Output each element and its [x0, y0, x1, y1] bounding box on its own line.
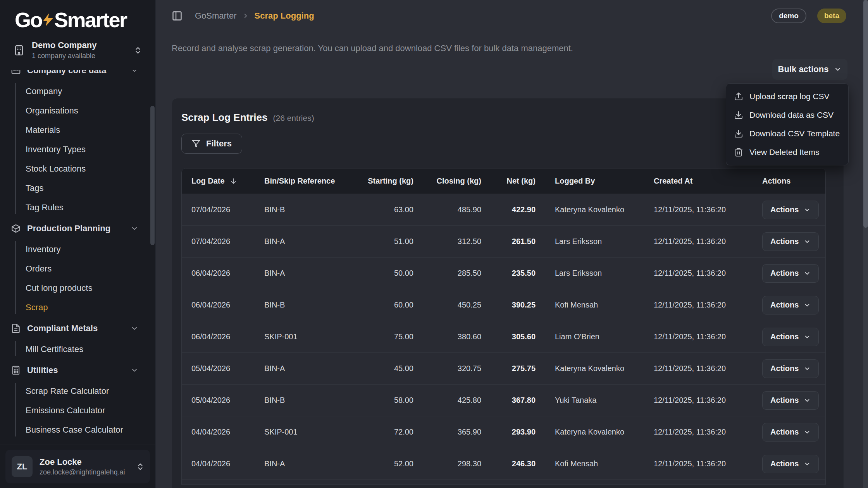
user-email: zoe.locke@nightingalehq.ai — [40, 468, 125, 476]
filter-funnel-icon — [192, 139, 200, 148]
cell-starting: 72.00 — [342, 416, 423, 448]
sort-arrow-down-icon — [229, 177, 238, 185]
user-menu[interactable]: ZL Zoe Locke zoe.locke@nightingalehq.ai — [5, 450, 150, 483]
page-scrollbar-track[interactable] — [863, 0, 868, 488]
cell-logged_by: Kateryna Kovalenko — [545, 353, 644, 384]
company-name: Demo Company — [32, 40, 96, 50]
chevron-down-icon — [804, 238, 811, 245]
row-actions-button[interactable]: Actions — [762, 232, 819, 251]
table-body: 07/04/2026BIN-B63.00485.90422.90Kateryna… — [182, 194, 825, 479]
sidebar-item-emissions-calculator[interactable]: Emissions Calculator — [0, 401, 155, 420]
bulk-actions-button[interactable]: Bulk actions — [772, 59, 847, 80]
cell-actions: Actions — [753, 385, 826, 416]
chevron-down-icon — [131, 325, 138, 332]
sidebar-nav: Company core dataCompanyOrganisationsMat… — [0, 70, 155, 445]
sidebar-section-items: CompanyOrganisationsMaterialsInventory T… — [0, 82, 155, 217]
page-scrollbar-thumb[interactable] — [863, 0, 868, 228]
row-actions-button[interactable]: Actions — [762, 359, 819, 378]
row-actions-button[interactable]: Actions — [762, 201, 819, 219]
row-actions-button[interactable]: Actions — [762, 423, 819, 442]
logo-text-go: Go — [15, 8, 42, 32]
menu-item-view-deleted-items[interactable]: View Deleted Items — [726, 143, 848, 162]
row-actions-button[interactable]: Actions — [762, 455, 819, 473]
chevron-down-icon — [804, 397, 811, 404]
row-actions-label: Actions — [770, 301, 799, 309]
sidebar-item-orders[interactable]: Orders — [0, 259, 155, 278]
row-actions-button[interactable]: Actions — [762, 264, 819, 283]
sidebar-scrollbar-thumb[interactable] — [150, 106, 155, 245]
sidebar-item-business-case-calculator[interactable]: Business Case Calculator — [0, 420, 155, 440]
cube-icon — [11, 223, 22, 234]
cell-actions: Actions — [753, 289, 826, 321]
cell-created_at: 12/11/2025, 11:36:20 — [644, 258, 753, 289]
menu-item-download-data-as-csv[interactable]: Download data as CSV — [726, 106, 848, 124]
cell-created_at: 12/11/2025, 11:36:20 — [644, 385, 753, 416]
menu-item-label: View Deleted Items — [749, 148, 820, 157]
sidebar-section-items: InventoryOrdersCut long productsScrap — [0, 240, 155, 317]
sidebar-item-stock-locations[interactable]: Stock Locations — [0, 159, 155, 179]
row-actions-button[interactable]: Actions — [762, 328, 819, 346]
cell-starting: 52.00 — [342, 448, 423, 479]
chevron-down-icon — [804, 302, 811, 309]
sidebar-item-scrap[interactable]: Scrap — [0, 298, 155, 317]
sidebar-item-tags[interactable]: Tags — [0, 179, 155, 198]
column-header-logged-by: Logged By — [545, 168, 644, 194]
row-actions-label: Actions — [770, 428, 799, 436]
table-row: 05/04/2026BIN-A45.00320.75275.75Kateryna… — [182, 352, 825, 384]
lightning-bolt-icon — [41, 9, 55, 31]
menu-item-upload-scrap-log-csv[interactable]: Upload scrap log CSV — [726, 87, 848, 106]
sidebar-item-scrap-rate-calculator[interactable]: Scrap Rate Calculator — [0, 381, 155, 401]
chevron-down-icon — [804, 429, 811, 436]
sidebar-item-materials[interactable]: Materials — [0, 120, 155, 140]
env-badges: demo beta — [771, 9, 846, 23]
cell-starting: 75.00 — [342, 321, 423, 352]
breadcrumb-root[interactable]: GoSmarter — [195, 11, 237, 21]
sidebar-section-label: Company core data — [27, 70, 106, 76]
row-actions-label: Actions — [770, 332, 799, 341]
column-header-bin-skip-reference: Bin/Skip Reference — [255, 168, 342, 194]
sidebar-nav-inner: Company core dataCompanyOrganisationsMat… — [0, 70, 155, 440]
sidebar-item-cut-long-products[interactable]: Cut long products — [0, 278, 155, 298]
cell-starting: 58.00 — [342, 385, 423, 416]
cell-actions: Actions — [753, 226, 826, 257]
row-actions-button[interactable]: Actions — [762, 296, 819, 314]
sidebar-section-production-planning[interactable]: Production Planning — [0, 217, 155, 240]
cell-logged_by: Yuki Tanaka — [545, 385, 644, 416]
sidebar-section-compliant-metals[interactable]: Compliant Metals — [0, 317, 155, 340]
logo-text-smarter: Smarter — [54, 8, 127, 32]
menu-item-download-csv-template[interactable]: Download CSV Template — [726, 124, 848, 143]
company-subtitle: 1 company available — [32, 52, 96, 60]
sidebar: Go Smarter Demo Company 1 company availa… — [0, 0, 156, 488]
menu-item-label: Download data as CSV — [749, 110, 834, 120]
download-icon — [734, 129, 743, 138]
row-actions-label: Actions — [770, 364, 799, 373]
sidebar-item-tag-rules[interactable]: Tag Rules — [0, 198, 155, 217]
row-actions-label: Actions — [770, 237, 799, 246]
table-row-partial — [182, 479, 825, 485]
table-row: 07/04/2026BIN-A51.00312.50261.50Lars Eri… — [182, 225, 825, 257]
cell-log_date: 04/04/2026 — [182, 416, 255, 448]
column-header-log-date[interactable]: Log Date — [182, 168, 255, 194]
sidebar-item-organisations[interactable]: Organisations — [0, 101, 155, 120]
sidebar-section-label: Compliant Metals — [27, 323, 98, 333]
cell-bin: BIN-B — [255, 289, 342, 321]
row-actions-label: Actions — [770, 396, 799, 405]
filters-button[interactable]: Filters — [181, 134, 242, 154]
row-actions-label: Actions — [770, 459, 799, 468]
sidebar-item-mill-certificates[interactable]: Mill Certificates — [0, 340, 155, 359]
sidebar-item-inventory[interactable]: Inventory — [0, 240, 155, 259]
cell-actions: Actions — [753, 353, 826, 384]
sidebar-section-company-core-data[interactable]: Company core data — [0, 70, 155, 82]
filters-label: Filters — [206, 139, 232, 149]
row-actions-button[interactable]: Actions — [762, 391, 819, 410]
sidebar-toggle-icon[interactable] — [172, 10, 183, 21]
cell-actions: Actions — [753, 321, 826, 352]
sidebar-section-utilities[interactable]: Utilities — [0, 359, 155, 381]
sidebar-item-inventory-types[interactable]: Inventory Types — [0, 140, 155, 159]
cell-bin: SKIP-001 — [255, 321, 342, 352]
cell-net: 246.30 — [491, 448, 545, 479]
chevron-down-icon — [131, 366, 138, 374]
company-selector[interactable]: Demo Company 1 company available — [9, 38, 148, 62]
cell-logged_by: Kofi Mensah — [545, 289, 644, 321]
sidebar-item-company[interactable]: Company — [0, 82, 155, 101]
